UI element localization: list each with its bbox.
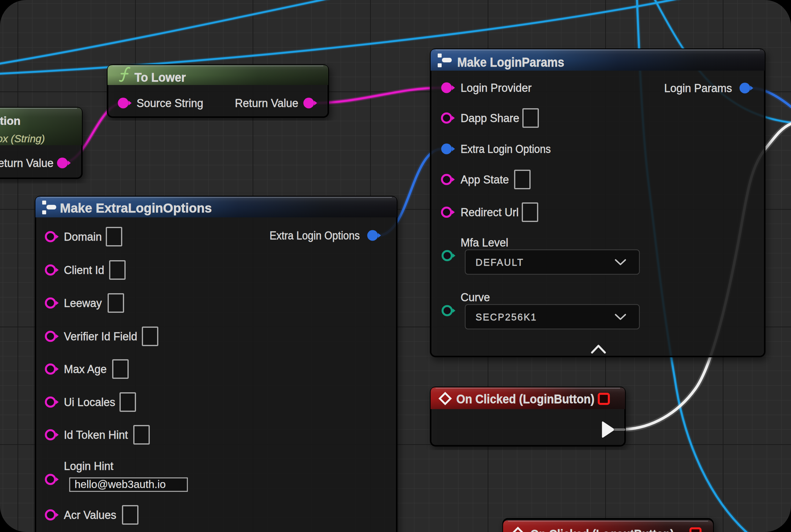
svg-text:Return Value: Return Value [235, 97, 298, 110]
svg-text:DEFAULT: DEFAULT [476, 257, 524, 268]
svg-text:Source String: Source String [137, 97, 203, 110]
svg-text:hello@web3auth.io: hello@web3auth.io [75, 478, 166, 490]
svg-text:Login Params: Login Params [664, 82, 732, 94]
svg-text:Login Hint: Login Hint [64, 460, 113, 472]
svg-text:Ui Locales: Ui Locales [64, 396, 115, 408]
svg-text:Make ExtraLoginOptions: Make ExtraLoginOptions [60, 201, 212, 215]
svg-text:App State: App State [461, 173, 509, 186]
svg-text:SECP256K1: SECP256K1 [476, 312, 537, 323]
svg-text:Redirect Url: Redirect Url [461, 206, 519, 218]
svg-text:Max Age: Max Age [64, 363, 107, 376]
svg-text:On Clicked (LogoutButton): On Clicked (LogoutButton) [530, 527, 674, 532]
svg-text:Extra Login Options: Extra Login Options [270, 229, 360, 242]
svg-text:Mfa Level: Mfa Level [461, 236, 508, 249]
svg-text:Acr Values: Acr Values [64, 509, 116, 521]
svg-text:Leeway: Leeway [64, 297, 102, 309]
svg-text:Extra Login Options: Extra Login Options [461, 143, 551, 155]
svg-text:eturn Value: eturn Value [0, 157, 54, 169]
svg-text:To Lower: To Lower [134, 70, 186, 84]
svg-text:Make LoginParams: Make LoginParams [457, 55, 564, 70]
svg-text:Dapp Share: Dapp Share [461, 112, 519, 125]
svg-text:Domain: Domain [64, 230, 102, 243]
svg-text:Id Token Hint: Id Token Hint [64, 429, 128, 441]
svg-text:On Clicked (LoginButton): On Clicked (LoginButton) [456, 392, 595, 406]
svg-text:ox (String): ox (String) [0, 133, 45, 144]
svg-text:Login Provider: Login Provider [461, 82, 532, 94]
svg-text:Function: Function [0, 115, 20, 127]
svg-text:Curve: Curve [461, 291, 490, 304]
svg-text:Client Id: Client Id [64, 264, 104, 277]
svg-text:Verifier Id Field: Verifier Id Field [64, 330, 137, 343]
